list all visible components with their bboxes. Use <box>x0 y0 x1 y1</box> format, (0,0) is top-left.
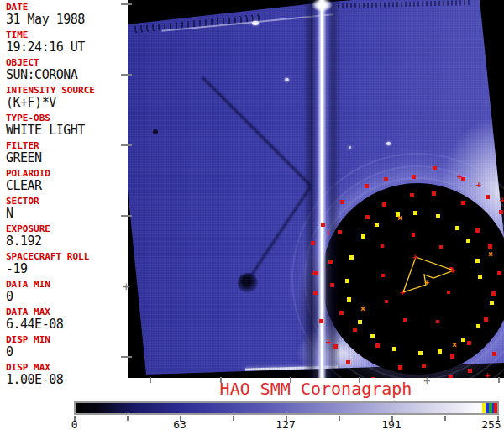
reserved-color-stripe <box>494 403 497 413</box>
fiducial-dash <box>121 144 132 146</box>
colorbar-tick-label: 0 <box>71 420 78 430</box>
meta-value-polaroid: CLEAR <box>6 179 128 192</box>
meta-item-intensity-source: INTENSITY SOURCE(K+F)*V <box>6 86 128 109</box>
meta-value-sector: N <box>6 207 128 220</box>
meta-item-sector: SECTORN <box>6 197 128 220</box>
meta-value-data-max: 6.44E-08 <box>6 317 128 331</box>
red-plus-mark: + <box>485 372 490 378</box>
metadata-panel: DATE31 May 1988TIME19:24:16 UTOBJECTSUN:… <box>0 0 128 382</box>
red-plus-mark: + <box>326 229 331 236</box>
meta-item-type-obs: TYPE-OBSWHITE LIGHT <box>6 113 128 137</box>
colorbar-tick-label: 127 <box>276 420 295 430</box>
colorbar-minor-tick <box>444 416 446 421</box>
meta-label-sector: SECTOR <box>6 197 128 207</box>
red-plus-mark: + <box>424 279 429 286</box>
meta-item-polaroid: POLAROIDCLEAR <box>6 169 128 192</box>
fiducial-plus-mark: + <box>123 282 129 291</box>
colorbar-minor-tick <box>233 416 234 421</box>
red-plus-mark: + <box>326 338 331 345</box>
meta-item-filter: FILTERGREEN <box>6 141 128 165</box>
fiducial-dash <box>121 3 132 5</box>
coronagraph-viewer-window: DATE31 May 1988TIME19:24:16 UTOBJECTSUN:… <box>0 0 504 430</box>
meta-item-time: TIME19:24:16 UT <box>6 30 128 54</box>
meta-item-data-min: DATA MIN0 <box>6 280 128 303</box>
red-plus-mark: + <box>311 270 316 276</box>
coronagraph-image-display: +++++++++++×××× <box>128 0 504 378</box>
meta-value-type-obs: WHITE LIGHT <box>6 123 128 137</box>
meta-value-data-min: 0 <box>6 290 128 303</box>
meta-item-object: OBJECTSUN:CORONA <box>6 58 128 81</box>
orange-x-mark: × <box>360 306 365 312</box>
feature-polygon <box>403 257 454 292</box>
fiducial-dash <box>121 74 132 76</box>
red-plus-mark: + <box>400 289 405 296</box>
intensity-colorbar <box>74 401 499 415</box>
meta-value-date: 31 May 1988 <box>6 13 128 26</box>
meta-label-data-min: DATA MIN <box>6 280 128 290</box>
red-plus-mark: + <box>500 197 504 203</box>
meta-item-date: DATE31 May 1988 <box>6 3 128 26</box>
orange-x-mark: × <box>488 251 493 258</box>
meta-item-disp-max: DISP MAX1.00E-08 <box>6 363 128 386</box>
meta-value-disp-min: 0 <box>6 345 128 359</box>
meta-item-exposure: EXPOSURE8.192 <box>6 224 128 248</box>
colorbar-minor-tick <box>339 416 340 421</box>
orange-x-mark: × <box>452 342 457 349</box>
fiducial-dash <box>121 356 132 358</box>
colorbar-tick-label: 63 <box>173 420 186 430</box>
red-plus-mark: + <box>450 267 455 274</box>
meta-value-object: SUN:CORONA <box>6 68 128 81</box>
fiducial-dash <box>121 215 132 217</box>
red-plus-mark: + <box>476 181 481 188</box>
page-title: HAO SMM Coronagraph <box>128 380 504 398</box>
meta-item-spacecraft-roll: SPACECRAFT ROLL-19 <box>6 252 128 275</box>
red-plus-mark: + <box>457 173 462 180</box>
meta-item-data-max: DATA MAX6.44E-08 <box>6 307 128 331</box>
meta-value-intensity-source: (K+F)*V <box>6 96 128 109</box>
meta-value-exposure: 8.192 <box>6 234 128 248</box>
red-plus-mark: + <box>412 254 417 260</box>
orange-x-mark: × <box>397 215 402 222</box>
meta-value-spacecraft-roll: -19 <box>6 262 128 275</box>
meta-label-disp-min: DISP MIN <box>6 335 128 345</box>
feature-polygon-overlay <box>128 0 504 378</box>
meta-item-disp-min: DISP MIN0 <box>6 335 128 359</box>
colorbar-tick-label: 191 <box>381 420 401 430</box>
meta-value-disp-max: 1.00E-08 <box>6 373 128 386</box>
meta-value-filter: GREEN <box>6 151 128 165</box>
colorbar-minor-tick <box>127 416 129 421</box>
meta-value-time: 19:24:16 UT <box>6 40 128 54</box>
colorbar-tick-label: 255 <box>481 420 501 430</box>
